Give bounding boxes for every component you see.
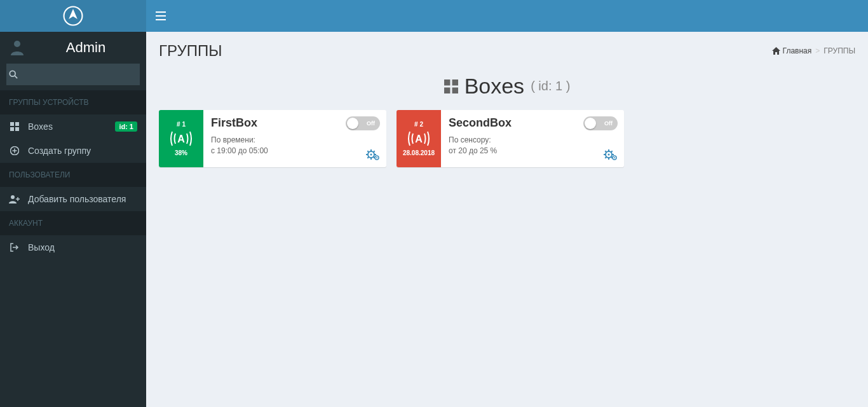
card-body: SecondBox По сенсору: от 20 до 25 % Off <box>441 110 624 167</box>
card-toggle[interactable]: Off <box>583 116 618 130</box>
card-icon-panel: # 2 A 28.08.2018 <box>397 110 441 167</box>
svg-line-32 <box>374 151 375 152</box>
card-sub: 28.08.2018 <box>403 149 435 156</box>
user-plus-icon <box>9 195 20 204</box>
device-card[interactable]: # 2 A 28.08.2018 SecondBox По сенсору: о… <box>397 110 624 167</box>
plus-circle-icon <box>9 146 20 155</box>
svg-line-3 <box>15 76 17 78</box>
group-title: Boxes ( id: 1 ) <box>146 65 868 110</box>
svg-text:A: A <box>415 134 423 144</box>
search-input[interactable] <box>20 64 140 85</box>
toggle-knob <box>585 118 596 129</box>
grid-icon <box>444 79 458 93</box>
breadcrumb-home[interactable]: Главная <box>772 46 812 55</box>
sidebar-section-account: АККАУНТ <box>0 211 146 235</box>
card-icon-panel: # 1 A 38% <box>159 110 203 167</box>
svg-line-31 <box>367 157 369 158</box>
svg-point-47 <box>614 157 615 158</box>
svg-point-24 <box>370 154 372 156</box>
antenna-icon: A <box>406 129 431 148</box>
card-tag: # 2 <box>414 121 423 128</box>
svg-rect-18 <box>444 79 450 85</box>
compass-icon <box>62 5 84 27</box>
sidebar-user: Admin <box>0 32 146 64</box>
content-header: ГРУППЫ Главная > ГРУППЫ <box>146 32 868 65</box>
antenna-icon: A <box>168 129 194 148</box>
gears-icon <box>366 149 380 161</box>
search-icon <box>9 70 18 79</box>
svg-point-1 <box>14 41 20 47</box>
sidebar-item-boxes[interactable]: Boxes id: 1 <box>0 114 146 139</box>
hamburger-icon <box>156 11 166 20</box>
gears-icon <box>604 149 618 161</box>
breadcrumb-current: ГРУППЫ <box>824 46 855 55</box>
toggle-knob <box>347 118 358 129</box>
sidebar-item-label: Boxes <box>28 121 107 132</box>
home-icon <box>772 47 780 55</box>
sidebar-section-users: ПОЛЬЗОВАТЕЛИ <box>0 163 146 187</box>
group-name: Boxes <box>465 74 525 99</box>
svg-line-44 <box>605 157 606 158</box>
search-button[interactable] <box>6 64 20 85</box>
card-desc-value: с 19:00 до 05:00 <box>211 146 379 156</box>
card-settings[interactable] <box>366 149 380 161</box>
logout-icon <box>9 243 20 252</box>
topbar <box>146 0 868 32</box>
username: Admin <box>33 39 139 56</box>
card-toggle[interactable]: Off <box>346 116 380 130</box>
device-card[interactable]: # 1 A 38% FirstBox По времени: с 19:00 д… <box>159 110 386 167</box>
sidebar: Admin ГРУППЫ УСТРОЙСТВ Boxes id: 1 Созда… <box>0 0 146 407</box>
sidebar-item-create-group[interactable]: Создать группу <box>0 139 146 163</box>
card-desc-label: По времени: <box>211 135 379 146</box>
svg-point-37 <box>608 154 610 156</box>
svg-rect-5 <box>15 122 19 126</box>
group-id: ( id: 1 ) <box>531 79 570 93</box>
svg-rect-7 <box>15 127 19 131</box>
sidebar-item-badge: id: 1 <box>115 121 137 132</box>
sidebar-search <box>0 64 146 90</box>
breadcrumb-home-label: Главная <box>783 46 812 55</box>
svg-text:A: A <box>177 134 185 144</box>
sidebar-item-add-user[interactable]: Добавить пользователя <box>0 187 146 211</box>
svg-point-11 <box>11 195 15 199</box>
sidebar-item-logout[interactable]: Выход <box>0 235 146 259</box>
page-title: ГРУППЫ <box>159 42 222 60</box>
card-desc-label: По сенсору: <box>449 135 616 146</box>
main: ГРУППЫ Главная > ГРУППЫ Boxes ( id: 1 ) … <box>146 0 868 407</box>
svg-rect-19 <box>452 79 458 85</box>
card-settings[interactable] <box>604 149 618 161</box>
svg-rect-20 <box>444 87 450 93</box>
svg-rect-6 <box>10 127 14 131</box>
toggle-label: Off <box>367 120 375 127</box>
sidebar-item-label: Создать группу <box>28 146 137 156</box>
logo[interactable] <box>0 0 146 32</box>
svg-rect-21 <box>452 87 458 93</box>
svg-point-34 <box>376 157 377 158</box>
card-body: FirstBox По времени: с 19:00 до 05:00 Of… <box>203 110 386 167</box>
cards-container: # 1 A 38% FirstBox По времени: с 19:00 д… <box>146 110 868 167</box>
card-sub: 38% <box>175 149 187 156</box>
card-desc: По сенсору: от 20 до 25 % <box>449 135 616 156</box>
card-desc-value: от 20 до 25 % <box>449 146 616 156</box>
svg-rect-4 <box>10 122 14 126</box>
card-tag: # 1 <box>177 121 186 128</box>
sidebar-item-label: Добавить пользователя <box>28 194 137 204</box>
svg-line-45 <box>611 151 613 152</box>
card-desc: По времени: с 19:00 до 05:00 <box>211 135 379 156</box>
svg-point-2 <box>10 71 15 76</box>
svg-line-29 <box>367 151 369 152</box>
breadcrumb: Главная > ГРУППЫ <box>772 46 855 55</box>
sidebar-section-groups: ГРУППЫ УСТРОЙСТВ <box>0 90 146 114</box>
svg-line-42 <box>605 151 606 152</box>
breadcrumb-separator: > <box>815 46 820 55</box>
sidebar-item-label: Выход <box>28 242 137 252</box>
grid-icon <box>9 122 20 131</box>
user-icon <box>8 40 27 55</box>
hamburger-toggle[interactable] <box>156 11 166 20</box>
toggle-label: Off <box>604 120 613 127</box>
